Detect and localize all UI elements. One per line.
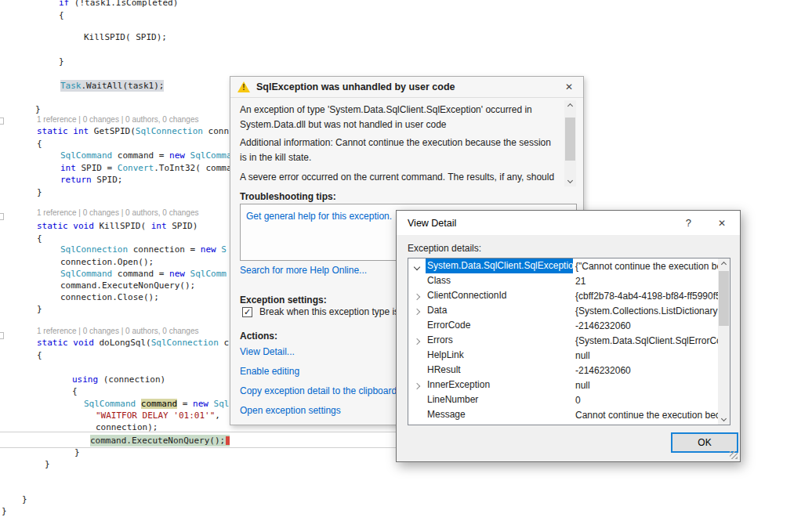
screen: if (!task1.IsCompleted){KillSPID( SPID);…	[0, 0, 812, 517]
exception-details-grid[interactable]: System.Data.SqlClient.SqlExceptio{"Canno…	[408, 258, 730, 425]
code-line: static int GetSPID(SqlConnection conn	[37, 125, 229, 137]
error-marker	[226, 436, 230, 445]
detail-row[interactable]: InnerExceptionnull	[408, 378, 718, 392]
chevron-expanded-icon[interactable]	[408, 261, 426, 272]
action-link-0[interactable]: View Detail...	[240, 346, 397, 357]
chevron-collapsed-icon[interactable]	[408, 380, 426, 391]
troubleshooting-label: Troubleshooting tips:	[240, 191, 336, 202]
code-line: {	[59, 9, 64, 21]
detail-row[interactable]: Data{System.Collections.ListDictionaryIn…	[408, 303, 718, 318]
chevron-collapsed-icon[interactable]	[408, 306, 426, 316]
code-line: {	[72, 385, 78, 397]
code-line: SqlCommand command = new SqlComm	[60, 268, 227, 280]
action-link-2[interactable]: Copy exception detail to the clipboard	[240, 385, 397, 396]
actions-label: Actions:	[240, 331, 277, 342]
action-link-3[interactable]: Open exception settings	[240, 405, 397, 416]
code-line: }	[37, 186, 42, 198]
code-line: command.ExecuteNonQuery();	[60, 280, 195, 291]
detail-name: Data	[426, 303, 573, 318]
code-line: Task.WaitAll(task1);	[60, 80, 164, 92]
ok-button[interactable]: OK	[671, 432, 738, 453]
detail-value: 0	[573, 395, 718, 406]
margin-glyph	[0, 332, 4, 339]
exception-details-label: Exception details:	[408, 243, 481, 254]
resize-grip[interactable]	[730, 451, 738, 459]
detail-value: {"Cannot continue the execution bec	[573, 261, 718, 272]
detail-name: ClientConnectionId	[426, 288, 573, 303]
detail-row[interactable]: ErrorCode-2146232060	[408, 318, 718, 333]
detail-value: -2146232060	[573, 320, 718, 331]
grid-scrollbar[interactable]	[718, 258, 730, 425]
exception-dialog-title: SqlException was unhandled by user code	[256, 81, 455, 92]
scroll-up-icon[interactable]	[718, 258, 730, 270]
code-line: static void doLongSql(SqlConnection c	[37, 337, 229, 349]
code-line: KillSPID( SPID);	[84, 31, 167, 43]
code-line: if (!task1.IsCompleted)	[59, 0, 178, 9]
exception-message-2: Additional information: Cannot continue …	[240, 136, 558, 165]
code-line: {	[37, 138, 42, 150]
scroll-down-icon[interactable]	[564, 175, 576, 186]
detail-value: Cannot continue the execution beca	[573, 410, 718, 421]
detail-row[interactable]: Class21	[408, 273, 718, 288]
code-line: return SPID;	[60, 174, 123, 186]
detail-name: HelpLink	[426, 348, 573, 363]
detail-row[interactable]: System.Data.SqlClient.SqlExceptio{"Canno…	[408, 258, 718, 273]
message-scrollbar[interactable]	[564, 100, 576, 186]
margin-glyph	[0, 118, 4, 125]
code-line: using (connection)	[72, 374, 165, 385]
exception-settings-label: Exception settings:	[240, 295, 327, 306]
chevron-collapsed-icon[interactable]	[408, 291, 426, 302]
code-line: static void KillSPID( int SPID)	[37, 220, 198, 232]
detail-value: null	[573, 380, 718, 391]
scrollbar-thumb[interactable]	[565, 118, 575, 161]
view-detail-titlebar[interactable]: View Detail ? ✕	[397, 211, 740, 235]
exception-message-3: A severe error occurred on the current c…	[240, 170, 558, 185]
actions-list: View Detail...Enable editingCopy excepti…	[240, 346, 397, 425]
detail-name: Class	[426, 273, 573, 288]
detail-value: {System.Collections.ListDictionaryInt	[573, 306, 718, 316]
code-line: }	[2, 505, 7, 517]
detail-row[interactable]: Errors{System.Data.SqlClient.SqlErrorCol…	[408, 333, 718, 348]
detail-name: System.Data.SqlClient.SqlExceptio	[426, 258, 573, 273]
detail-name: LineNumber	[426, 392, 573, 407]
detail-value: -2146232060	[573, 365, 718, 376]
view-detail-title: View Detail	[408, 218, 456, 229]
scrollbar-thumb[interactable]	[719, 271, 729, 326]
code-line: }	[35, 103, 41, 115]
code-line: {	[37, 233, 42, 244]
detail-row[interactable]: LineNumber0	[408, 392, 718, 407]
detail-row[interactable]: HelpLinknull	[408, 348, 718, 363]
break-checkbox[interactable]: ✓	[242, 307, 252, 317]
detail-name: HResult	[426, 363, 573, 378]
break-on-exception-row: ✓ Break when this exception type is	[242, 306, 399, 317]
code-line: SqlConnection connection = new S	[60, 244, 227, 255]
search-help-online-link[interactable]: Search for more Help Online...	[240, 265, 367, 276]
close-icon[interactable]: ✕	[562, 80, 576, 94]
code-line: }	[45, 458, 50, 470]
code-line: int SPID = Convert.ToInt32( comma	[60, 162, 232, 174]
help-icon[interactable]: ?	[686, 217, 691, 229]
scroll-down-icon[interactable]	[718, 413, 730, 425]
detail-name: ErrorCode	[426, 318, 573, 333]
break-checkbox-label: Break when this exception type is	[259, 306, 399, 317]
code-line: connection.Open();	[60, 256, 154, 268]
code-line: SqlCommand command = new SqlComma	[60, 150, 232, 161]
scroll-up-icon[interactable]	[564, 100, 576, 112]
code-line: SqlCommand command = new SqlC	[84, 398, 234, 410]
code-line: }	[74, 446, 80, 458]
codelens-info: 1 reference | 0 changes | 0 authors, 0 c…	[37, 115, 198, 125]
view-detail-dialog: View Detail ? ✕ Exception details: Syste…	[396, 210, 741, 462]
exception-dialog-titlebar[interactable]: ! SqlException was unhandled by user cod…	[230, 77, 583, 98]
exception-details-rows: System.Data.SqlClient.SqlExceptio{"Canno…	[408, 258, 718, 422]
detail-name: InnerException	[426, 378, 573, 392]
chevron-collapsed-icon[interactable]	[408, 335, 426, 346]
close-icon[interactable]: ✕	[715, 216, 729, 230]
code-line: connection.Close();	[60, 291, 159, 303]
detail-value: {System.Data.SqlClient.SqlErrorColle	[573, 335, 718, 346]
detail-value: null	[573, 350, 718, 361]
action-link-1[interactable]: Enable editing	[240, 366, 397, 377]
detail-row[interactable]: ClientConnectionId{cbff2b78-4ab4-4198-bf…	[408, 288, 718, 303]
detail-row[interactable]: MessageCannot continue the execution bec…	[408, 407, 718, 422]
detail-row[interactable]: HResult-2146232060	[408, 363, 718, 378]
general-help-link[interactable]: Get general help for this exception.	[246, 211, 392, 222]
